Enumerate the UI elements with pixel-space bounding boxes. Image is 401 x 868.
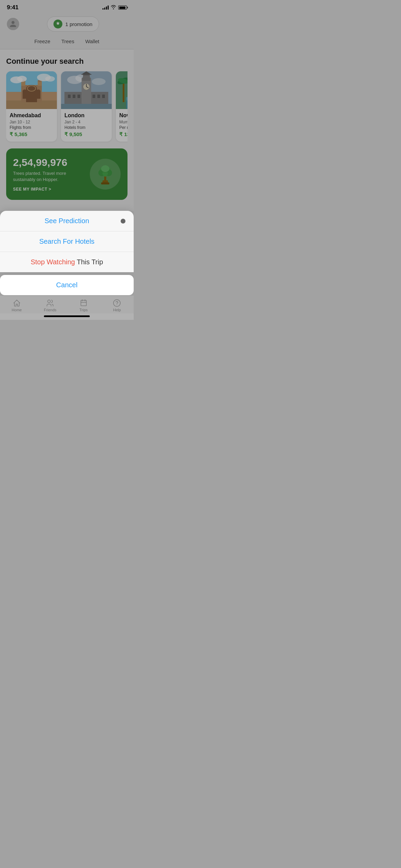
svg-rect-43	[116, 71, 127, 109]
card-dates-london: Jan 2 - 4	[64, 120, 108, 124]
svg-rect-41	[102, 95, 105, 98]
status-bar: 9:41	[0, 0, 134, 14]
svg-rect-40	[97, 95, 100, 98]
trees-banner[interactable]: 2,54,99,976 Trees planted. Travel moresu…	[6, 148, 127, 200]
promo-icon	[53, 20, 62, 28]
svg-rect-26	[82, 78, 91, 106]
card-price-london: ₹ 9,505	[64, 131, 108, 137]
card-image-london	[61, 71, 112, 109]
battery-icon	[118, 5, 127, 10]
nav-freeze[interactable]: Freeze	[34, 38, 50, 44]
card-type-ahmedabad: Flights from	[10, 125, 53, 130]
search-hotels-item[interactable]: Search For Hotels	[0, 231, 134, 252]
cancel-label: Cancel	[56, 281, 77, 289]
stop-watching-label-black: This Trip	[75, 258, 103, 266]
bottom-nav: Home Friends Trips Help	[0, 295, 134, 313]
help-icon	[113, 299, 121, 307]
svg-rect-37	[73, 95, 75, 98]
action-sheet-top: See Prediction Search For Hotels Stop Wa…	[0, 211, 134, 272]
card-body-novotel: Novotel Mu… Mumbai, Mahara… Per night ₹ …	[116, 109, 127, 142]
svg-point-69	[113, 300, 120, 306]
promotion-pill[interactable]: 1 promotion	[47, 16, 99, 32]
main-content: Continue your search	[0, 49, 134, 211]
section-title: Continue your search	[6, 57, 127, 66]
svg-rect-39	[93, 95, 95, 98]
action-sheet: See Prediction Search For Hotels Stop Wa…	[0, 211, 134, 295]
cancel-sheet: Cancel	[0, 275, 134, 295]
status-icons	[102, 5, 127, 10]
svg-point-20	[45, 76, 55, 82]
card-city-ahmedabad: Ahmedabad	[10, 112, 53, 119]
card-dates-ahmedabad: Jan 10 - 12	[10, 120, 53, 124]
trees-cta[interactable]: SEE MY IMPACT >	[13, 187, 67, 192]
trees-count: 2,54,99,976	[13, 157, 67, 168]
nav-item-help-label: Help	[113, 308, 121, 312]
search-cards: Ahmedabad Jan 10 - 12 Flights from ₹ 5,3…	[6, 71, 127, 143]
card-image-novotel	[116, 71, 127, 109]
cancel-item[interactable]: Cancel	[0, 275, 134, 295]
card-body-ahmedabad: Ahmedabad Jan 10 - 12 Flights from ₹ 5,3…	[6, 109, 57, 142]
nav-item-friends[interactable]: Friends	[34, 299, 67, 312]
nav-item-home[interactable]: Home	[0, 299, 34, 312]
svg-point-70	[117, 305, 117, 305]
promotion-badge[interactable]: 1 promotion	[19, 16, 127, 32]
svg-point-8	[27, 86, 36, 91]
nav-item-trips-label: Trips	[80, 308, 88, 312]
search-card-novotel[interactable]: Novotel Mu… Mumbai, Mahara… Per night ₹ …	[116, 71, 127, 142]
svg-rect-42	[61, 104, 112, 109]
svg-rect-36	[68, 95, 71, 98]
home-indicator	[0, 313, 134, 320]
stop-watching-label: Stop Watching This Trip	[31, 258, 103, 266]
see-prediction-label: See Prediction	[45, 217, 89, 225]
dot-indicator	[121, 219, 125, 224]
svg-rect-38	[77, 95, 80, 98]
trees-info: 2,54,99,976 Trees planted. Travel moresu…	[13, 157, 67, 192]
trees-desc: Trees planted. Travel moresustainably on…	[13, 170, 67, 183]
stop-watching-label-red: Stop Watching	[31, 258, 75, 266]
nav-trees[interactable]: Trees	[61, 38, 74, 44]
status-time: 9:41	[7, 4, 19, 11]
home-icon	[13, 299, 21, 307]
svg-rect-51	[126, 97, 127, 100]
card-city-novotel: Novotel Mu…	[119, 112, 127, 119]
card-type-novotel: Per night	[119, 125, 127, 130]
wifi-icon	[111, 5, 116, 10]
tree-graphic	[90, 159, 121, 190]
nav-wallet[interactable]: Wallet	[85, 38, 99, 44]
search-card-london[interactable]: London Jan 2 - 4 Hotels from ₹ 9,505	[61, 71, 112, 142]
card-city-london: London	[64, 112, 108, 119]
card-body-london: London Jan 2 - 4 Hotels from ₹ 9,505	[61, 109, 112, 142]
trips-icon	[80, 299, 88, 307]
svg-point-10	[23, 89, 27, 93]
card-type-london: Hotels from	[64, 125, 108, 130]
card-price-ahmedabad: ₹ 5,365	[10, 131, 53, 137]
signal-icon	[102, 5, 109, 10]
header: 1 promotion	[0, 14, 134, 36]
phone-wrapper: 9:41	[0, 0, 134, 320]
card-dates-novotel: Mumbai, Mahara…	[119, 120, 127, 124]
nav-links: Freeze Trees Wallet	[0, 36, 134, 49]
see-prediction-item[interactable]: See Prediction	[0, 211, 134, 231]
nav-item-help[interactable]: Help	[100, 299, 134, 312]
svg-point-68	[48, 300, 50, 303]
svg-point-24	[92, 78, 106, 85]
nav-item-home-label: Home	[12, 308, 22, 312]
search-hotels-label: Search For Hotels	[39, 238, 94, 245]
search-card-ahmedabad[interactable]: Ahmedabad Jan 10 - 12 Flights from ₹ 5,3…	[6, 71, 57, 142]
nav-item-trips[interactable]: Trips	[67, 299, 100, 312]
card-price-novotel: ₹ 13,391	[119, 131, 127, 137]
svg-rect-44	[123, 82, 124, 102]
home-bar	[44, 315, 90, 317]
nav-item-friends-label: Friends	[44, 308, 57, 312]
svg-point-67	[101, 165, 109, 172]
svg-point-12	[36, 89, 40, 93]
stop-watching-item[interactable]: Stop Watching This Trip	[0, 252, 134, 272]
svg-point-18	[17, 76, 27, 82]
avatar[interactable]	[7, 18, 19, 30]
friends-icon	[46, 299, 54, 307]
promo-text: 1 promotion	[65, 21, 92, 27]
card-image-ahmedabad	[6, 71, 57, 109]
svg-rect-62	[101, 182, 109, 184]
